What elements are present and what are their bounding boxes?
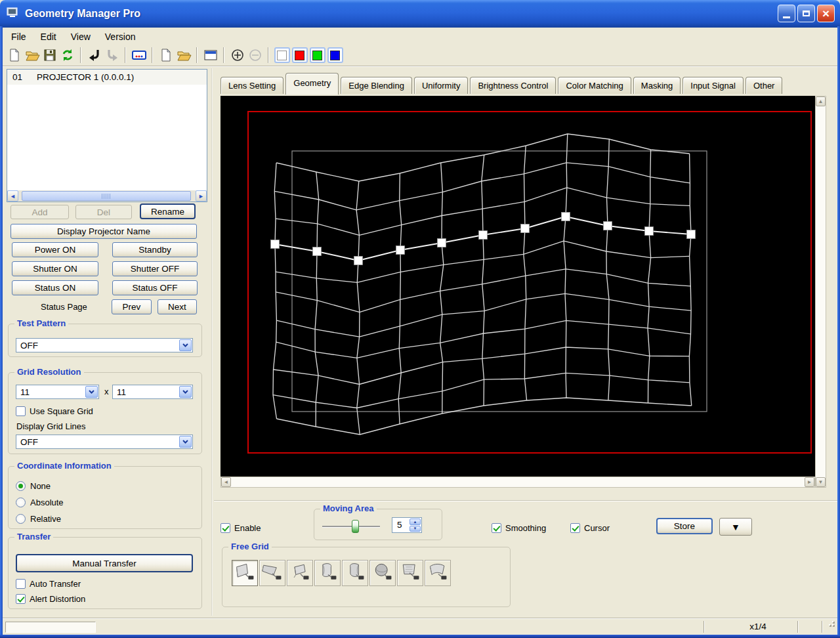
green-swatch-button[interactable] (308, 47, 326, 64)
minimize-button[interactable] (778, 5, 795, 22)
use-square-grid-checkbox[interactable]: Use Square Grid (16, 406, 93, 416)
rename-button[interactable]: Rename (140, 203, 196, 219)
projector-list-scrollbar[interactable]: ◄ ► (7, 190, 207, 202)
new-file-icon[interactable] (5, 47, 23, 64)
tab-input-signal[interactable]: Input Signal (682, 77, 744, 95)
manual-transfer-button[interactable]: Manual Transfer (16, 554, 193, 572)
spinner-up-icon[interactable]: ▲ (410, 519, 421, 525)
chevron-down-icon[interactable] (179, 386, 192, 398)
free-grid-cylinder-concave-button[interactable] (314, 560, 341, 586)
refresh-icon[interactable] (58, 47, 76, 64)
tab-brightness-control[interactable]: Brightness Control (470, 77, 556, 95)
free-grid-sphere-button[interactable] (369, 560, 396, 586)
power-on-button[interactable]: Power ON (12, 242, 98, 257)
geometry-canvas[interactable] (220, 96, 815, 477)
menu-item-edit[interactable]: Edit (33, 30, 64, 43)
test-pattern-select[interactable]: OFF (16, 338, 193, 352)
display-grid-lines-select[interactable]: OFF (16, 435, 193, 449)
enable-checkbox[interactable]: Enable (220, 523, 261, 533)
tab-uniformity[interactable]: Uniformity (414, 77, 469, 95)
chevron-down-icon[interactable] (85, 386, 98, 398)
projector-list[interactable]: 01PROJECTOR 1 (0.0.0.1) ◄ ► (7, 69, 207, 202)
scroll-right-icon[interactable]: ► (196, 190, 207, 202)
cursor-label: Cursor (584, 523, 610, 533)
free-grid-screen-lean-back-button[interactable] (287, 560, 313, 586)
free-grid-screen-tilt-right-button[interactable] (259, 560, 285, 586)
tab-lens-setting[interactable]: Lens Setting (220, 77, 284, 95)
tab-masking[interactable]: Masking (633, 77, 681, 95)
status-page-next-button[interactable]: Next (158, 299, 197, 314)
alert-distortion-checkbox[interactable]: Alert Distortion (16, 594, 85, 604)
tab-color-matching[interactable]: Color Matching (558, 77, 631, 95)
open-file-icon[interactable] (23, 47, 41, 64)
free-grid-screen-curved-button[interactable] (425, 560, 451, 586)
coordinate-none-radio[interactable]: None (16, 481, 51, 491)
undo-icon[interactable] (85, 47, 103, 64)
radio-icon (16, 514, 26, 524)
scroll-left-icon[interactable]: ◄ (221, 477, 231, 487)
toolbar-separator (196, 47, 198, 63)
free-grid-cylinder-convex-button[interactable] (342, 560, 368, 586)
red-swatch-button[interactable] (291, 47, 308, 64)
free-grid-label: Free Grid (228, 542, 272, 551)
add-button: Add (10, 205, 69, 219)
maximize-button[interactable] (797, 5, 815, 22)
scroll-left-icon[interactable]: ◄ (7, 190, 18, 202)
status-bar: x1/4 (0, 618, 840, 635)
moving-area-spinner[interactable]: 5 ▲ ▼ (392, 517, 422, 533)
scroll-up-icon[interactable]: ▲ (816, 96, 826, 106)
enable-label: Enable (234, 523, 261, 533)
menu-item-version[interactable]: Version (98, 30, 143, 43)
new-pattern-file-icon[interactable] (157, 47, 175, 64)
menu-item-view[interactable]: View (64, 30, 98, 43)
projector-list-item[interactable]: 01PROJECTOR 1 (0.0.0.1) (7, 70, 207, 85)
window-layout-icon[interactable] (201, 47, 219, 64)
close-button[interactable] (817, 5, 835, 22)
menu-item-file[interactable]: File (4, 30, 33, 43)
smoothing-checkbox[interactable]: Smoothing (492, 523, 546, 533)
status-page-prev-button[interactable]: Prev (112, 299, 152, 314)
cursor-checkbox[interactable]: Cursor (570, 523, 610, 533)
app-icon (7, 7, 20, 21)
scrollbar-thumb[interactable] (22, 191, 191, 201)
spinner-down-icon[interactable]: ▼ (410, 526, 421, 532)
scroll-right-icon[interactable]: ► (805, 477, 814, 487)
coordinate-relative-radio[interactable]: Relative (16, 514, 61, 524)
auto-transfer-checkbox[interactable]: Auto Transfer (16, 579, 81, 589)
blue-swatch-button[interactable] (326, 47, 344, 64)
coordinate-absolute-radio[interactable]: Absolute (16, 498, 64, 507)
grid-columns-select[interactable]: 11 (16, 385, 99, 399)
open-pattern-file-icon[interactable] (175, 47, 192, 64)
chevron-down-icon[interactable] (179, 436, 192, 448)
scroll-down-icon[interactable]: ▼ (816, 477, 826, 487)
slider-thumb[interactable] (352, 520, 359, 533)
status-off-button[interactable]: Status OFF (112, 280, 198, 295)
tab-geometry[interactable]: Geometry (285, 73, 339, 95)
free-grid-screen-tilt-left-button[interactable] (232, 560, 258, 586)
test-pattern-value: OFF (16, 341, 178, 351)
bottom-panel: Enable Moving Area 5 ▲ ▼ Smoothing Curso… (214, 500, 837, 613)
tab-other[interactable]: Other (746, 77, 783, 95)
display-projector-name-button[interactable]: Display Projector Name (10, 224, 197, 239)
white-swatch-button[interactable] (273, 47, 291, 64)
shutter-on-button[interactable]: Shutter ON (12, 261, 98, 276)
tab-edge-blending[interactable]: Edge Blending (341, 77, 412, 95)
store-button[interactable]: Store (656, 518, 713, 534)
checkbox-icon (16, 579, 26, 589)
save-icon[interactable] (41, 47, 58, 64)
moving-area-slider[interactable] (322, 520, 380, 533)
store-options-button[interactable] (719, 518, 752, 536)
remote-display-icon[interactable] (130, 47, 148, 64)
grid-rows-select[interactable]: 11 (112, 385, 193, 399)
chevron-down-icon[interactable] (179, 339, 192, 351)
shutter-off-button[interactable]: Shutter OFF (112, 261, 198, 276)
toolbar-separator (125, 47, 126, 63)
panel-splitter[interactable] (211, 68, 213, 616)
status-on-button[interactable]: Status ON (12, 280, 98, 295)
canvas-vertical-scrollbar[interactable]: ▲ ▼ (815, 96, 826, 488)
standby-button[interactable]: Standby (112, 242, 198, 257)
canvas-horizontal-scrollbar[interactable]: ◄ ► (220, 477, 815, 488)
free-grid-screen-front-button[interactable] (397, 560, 423, 586)
resize-grip[interactable] (827, 618, 835, 630)
zoom-in-icon[interactable] (228, 47, 246, 64)
